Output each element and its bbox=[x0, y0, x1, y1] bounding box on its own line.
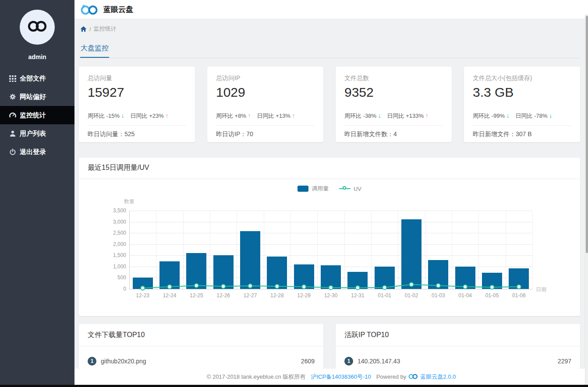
x-tick-label: 12-31 bbox=[344, 292, 371, 299]
stat-card-deltas: 周环比 -15% ↓日同比 +23% ↑ bbox=[88, 112, 168, 120]
y-tick-label: 3,500 bbox=[102, 208, 126, 214]
stat-card-deltas: 周环比 +8% ↑日同比 +13% ↑ bbox=[216, 112, 295, 120]
stat-card-divider bbox=[473, 125, 571, 126]
x-tick-label: 01-06 bbox=[506, 292, 532, 299]
stat-card-footer: 昨日访IP：70 bbox=[216, 130, 253, 138]
grid-icon bbox=[9, 75, 16, 82]
power-icon bbox=[9, 148, 16, 155]
footer-icp-link[interactable]: 沪ICP备14038360号-10 bbox=[311, 373, 371, 381]
avatar[interactable] bbox=[20, 10, 55, 45]
week-over-week: 周环比 -99% bbox=[473, 113, 507, 119]
rank-badge: 1 bbox=[88, 357, 96, 366]
stat-card-divider bbox=[216, 125, 315, 126]
stat-card-title: 总访问量 bbox=[88, 74, 112, 82]
home-icon[interactable] bbox=[80, 26, 87, 32]
sidebar-item-label: 全部文件 bbox=[20, 74, 46, 83]
sidebar-item-logout[interactable]: 退出登录 bbox=[0, 143, 74, 161]
sidebar-menu: 全部文件网站偏好监控统计用户列表退出登录 bbox=[0, 69, 74, 161]
x-gridline bbox=[532, 211, 533, 289]
stat-card-divider bbox=[88, 125, 186, 126]
down-arrow-icon: ↓ bbox=[549, 112, 552, 119]
rank-badge: 1 bbox=[344, 357, 353, 366]
x-tick-label: 12-29 bbox=[290, 292, 317, 299]
x-tick-label: 01-03 bbox=[425, 292, 452, 299]
x-tick-label: 12-23 bbox=[129, 292, 156, 299]
dashboard-icon bbox=[9, 112, 16, 119]
stat-card-value: 15927 bbox=[88, 85, 124, 100]
sidebar-item-user-list[interactable]: 用户列表 bbox=[0, 124, 74, 143]
x-tick-label: 01-02 bbox=[398, 292, 425, 299]
y-tick-label: 1,500 bbox=[102, 252, 126, 258]
down-arrow-icon: ↓ bbox=[378, 112, 381, 119]
y-tick-label: 2,000 bbox=[102, 241, 126, 247]
footer: © 2017-2018 tank.eyeblue.cn 版权所有 沪ICP备14… bbox=[74, 369, 588, 385]
brand-infinity-icon bbox=[27, 19, 48, 35]
stat-card-1: 总访问IP1029周环比 +8% ↑日同比 +13% ↑昨日访IP：70 bbox=[207, 67, 323, 142]
stat-card-title: 总访问IP bbox=[216, 74, 240, 82]
x-tick-label: 12-30 bbox=[317, 292, 344, 299]
tab-dashboard-monitor[interactable]: 大盘监控 bbox=[80, 44, 109, 58]
app-logo-icon[interactable] bbox=[80, 4, 99, 16]
sidebar-item-label: 网站偏好 bbox=[20, 93, 46, 101]
up-arrow-icon: ↑ bbox=[248, 112, 251, 119]
up-arrow-icon: ↑ bbox=[292, 112, 295, 119]
footer-powered-by-text: Powered by bbox=[376, 373, 407, 380]
gear-icon bbox=[9, 93, 16, 100]
x-axis-name: 日期 bbox=[536, 286, 546, 293]
down-arrow-icon: ↓ bbox=[121, 112, 124, 119]
stat-card-value: 1029 bbox=[216, 85, 245, 100]
top-ips-card: 活跃IP TOP10 1140.205.147.432297 bbox=[336, 324, 580, 369]
stat-card-2: 文件总数9352周环比 -38% ↓日同比 +133% ↑昨日新增文件数：4 bbox=[336, 67, 452, 142]
y-tick-label: 1,000 bbox=[102, 264, 126, 270]
stat-card-footer: 昨日新增文件数：4 bbox=[344, 130, 397, 138]
top-ips-title: 活跃IP TOP10 bbox=[336, 324, 580, 346]
week-over-week: 周环比 +8% bbox=[216, 113, 248, 119]
stat-card-value: 3.3 GB bbox=[473, 85, 514, 100]
sidebar-item-all-files[interactable]: 全部文件 bbox=[0, 69, 74, 88]
top-downloads-card: 文件下载量TOP10 1github20x20.png2609 bbox=[79, 324, 323, 369]
y-tick-label: 0 bbox=[102, 286, 126, 292]
user-icon bbox=[9, 130, 16, 137]
chart-card: 最近15日调用量/UV 调用量UV 05001,0001,5002,0002,5… bbox=[79, 158, 580, 316]
window-bottom-edge bbox=[0, 385, 588, 387]
x-tick-label: 12-25 bbox=[183, 292, 210, 299]
stat-card-deltas: 周环比 -38% ↓日同比 +133% ↑ bbox=[344, 112, 429, 120]
y-tick-label: 3,000 bbox=[102, 219, 126, 225]
stat-card-footer: 昨日访问量：525 bbox=[88, 130, 135, 138]
sidebar-item-monitor-stats[interactable]: 监控统计 bbox=[0, 106, 74, 124]
scrollbar-track[interactable] bbox=[585, 14, 588, 385]
sidebar-item-label: 退出登录 bbox=[20, 148, 46, 156]
footer-logo-icon bbox=[408, 373, 418, 381]
stat-card-deltas: 周环比 -99% ↓日同比 -78% ↓ bbox=[473, 112, 552, 120]
week-over-week: 周环比 -15% bbox=[88, 113, 121, 119]
x-tick-label: 12-24 bbox=[156, 292, 183, 299]
main-content: / 监控统计 大盘监控 总访问量15927周环比 -15% ↓日同比 +23% … bbox=[74, 19, 588, 385]
chart-plot: 05001,0001,5002,0002,5003,0003,50012-231… bbox=[79, 158, 580, 316]
sidebar-item-label: 用户列表 bbox=[20, 130, 46, 138]
x-tick-label: 12-26 bbox=[210, 292, 237, 299]
y-tick-label: 500 bbox=[102, 274, 126, 281]
stat-card-title: 文件总大小(包括缓存) bbox=[473, 74, 532, 82]
day-over-day: 日同比 +13% bbox=[257, 113, 292, 119]
top-bar: 蓝眼云盘 bbox=[74, 0, 588, 19]
x-tick-label: 12-27 bbox=[237, 292, 263, 299]
scrollbar-thumb[interactable] bbox=[586, 16, 588, 253]
footer-powered-by: Powered by 蓝眼云盘2.0.0 bbox=[376, 373, 456, 381]
username: admin bbox=[0, 53, 74, 60]
up-arrow-icon: ↑ bbox=[165, 112, 168, 119]
top-downloads-title: 文件下载量TOP10 bbox=[79, 324, 323, 346]
footer-copyright: © 2017-2018 tank.eyeblue.cn 版权所有 bbox=[207, 373, 306, 381]
sidebar-item-site-preferences[interactable]: 网站偏好 bbox=[0, 88, 74, 106]
day-over-day: 日同比 -78% bbox=[516, 113, 549, 119]
sidebar-item-label: 监控统计 bbox=[20, 111, 46, 120]
stat-card-footer: 昨日新增文件：307 B bbox=[473, 130, 532, 138]
x-tick-label: 01-05 bbox=[478, 292, 505, 299]
y-tick-label: 2,500 bbox=[102, 230, 126, 236]
y-axis-name: 数量 bbox=[124, 198, 135, 205]
page-title: 蓝眼云盘 bbox=[103, 4, 133, 14]
footer-brand-link[interactable]: 蓝眼云盘2.0.0 bbox=[420, 373, 456, 381]
breadcrumb-separator: / bbox=[89, 26, 91, 32]
breadcrumb: / 监控统计 bbox=[80, 25, 117, 33]
down-arrow-icon: ↓ bbox=[507, 112, 510, 119]
active-ip-row-1: 1140.205.147.432297 bbox=[336, 348, 580, 369]
